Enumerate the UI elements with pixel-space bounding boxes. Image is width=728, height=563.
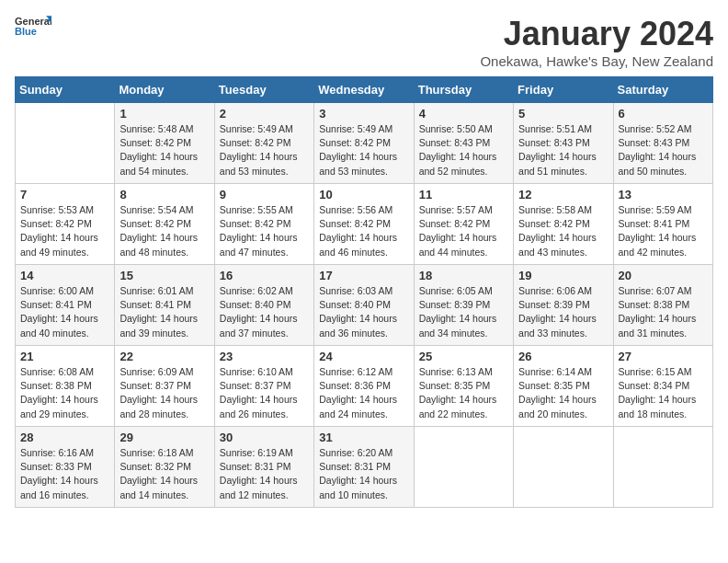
day-detail: Sunrise: 6:13 AMSunset: 8:35 PMDaylight:… [419,365,508,421]
day-detail: Sunrise: 6:07 AMSunset: 8:38 PMDaylight:… [619,284,708,340]
column-header-friday: Friday [514,77,613,103]
day-detail: Sunrise: 5:48 AMSunset: 8:42 PMDaylight:… [119,122,209,178]
day-number: 23 [220,350,309,363]
day-number: 28 [20,431,109,444]
column-header-wednesday: Wednesday [314,77,414,103]
day-number: 1 [119,107,209,121]
day-number: 29 [119,431,209,444]
day-cell: 9Sunrise: 5:55 AMSunset: 8:42 PMDaylight… [214,184,313,265]
day-number: 13 [619,188,708,201]
day-cell: 7Sunrise: 5:53 AMSunset: 8:42 PMDaylight… [16,184,115,265]
column-header-saturday: Saturday [613,77,712,103]
day-cell: 23Sunrise: 6:10 AMSunset: 8:37 PMDayligh… [214,346,313,427]
day-cell: 26Sunrise: 6:14 AMSunset: 8:35 PMDayligh… [514,346,613,427]
day-cell: 29Sunrise: 6:18 AMSunset: 8:32 PMDayligh… [115,427,214,508]
page-header: General Blue January 2024 Onekawa, Hawke… [15,15,713,69]
day-detail: Sunrise: 5:55 AMSunset: 8:42 PMDaylight:… [220,203,309,259]
day-number: 8 [119,188,209,201]
column-header-thursday: Thursday [414,77,513,103]
day-cell [414,427,513,508]
day-cell: 11Sunrise: 5:57 AMSunset: 8:42 PMDayligh… [414,184,513,265]
day-number: 20 [619,269,708,282]
day-number: 9 [220,188,309,201]
month-title: January 2024 [480,15,713,53]
day-detail: Sunrise: 6:06 AMSunset: 8:39 PMDaylight:… [518,284,608,340]
day-cell: 19Sunrise: 6:06 AMSunset: 8:39 PMDayligh… [514,265,613,346]
day-number: 18 [419,269,508,282]
day-detail: Sunrise: 6:00 AMSunset: 8:41 PMDaylight:… [20,284,109,340]
day-number: 10 [319,188,408,201]
day-detail: Sunrise: 5:50 AMSunset: 8:43 PMDaylight:… [419,122,508,178]
day-detail: Sunrise: 6:01 AMSunset: 8:41 PMDaylight:… [119,284,209,340]
calendar-table: SundayMondayTuesdayWednesdayThursdayFrid… [15,76,713,508]
day-detail: Sunrise: 6:12 AMSunset: 8:36 PMDaylight:… [319,365,408,421]
day-cell: 1Sunrise: 5:48 AMSunset: 8:42 PMDaylight… [115,103,214,184]
day-detail: Sunrise: 6:09 AMSunset: 8:37 PMDaylight:… [119,365,209,421]
day-cell: 30Sunrise: 6:19 AMSunset: 8:31 PMDayligh… [214,427,313,508]
day-detail: Sunrise: 5:53 AMSunset: 8:42 PMDaylight:… [20,203,109,259]
day-cell: 22Sunrise: 6:09 AMSunset: 8:37 PMDayligh… [115,346,214,427]
header-row: SundayMondayTuesdayWednesdayThursdayFrid… [16,77,713,103]
day-cell: 8Sunrise: 5:54 AMSunset: 8:42 PMDaylight… [115,184,214,265]
title-block: January 2024 Onekawa, Hawke's Bay, New Z… [480,15,713,69]
day-number: 14 [20,269,109,282]
day-detail: Sunrise: 6:15 AMSunset: 8:34 PMDaylight:… [619,365,708,421]
day-cell [514,427,613,508]
day-cell: 21Sunrise: 6:08 AMSunset: 8:38 PMDayligh… [16,346,115,427]
week-row-2: 7Sunrise: 5:53 AMSunset: 8:42 PMDaylight… [16,184,713,265]
day-cell: 6Sunrise: 5:52 AMSunset: 8:43 PMDaylight… [613,103,712,184]
day-number: 24 [319,350,408,363]
day-cell: 3Sunrise: 5:49 AMSunset: 8:42 PMDaylight… [314,103,414,184]
day-detail: Sunrise: 5:58 AMSunset: 8:42 PMDaylight:… [518,203,608,259]
day-number: 15 [119,269,209,282]
day-cell: 31Sunrise: 6:20 AMSunset: 8:31 PMDayligh… [314,427,414,508]
week-row-3: 14Sunrise: 6:00 AMSunset: 8:41 PMDayligh… [16,265,713,346]
day-number: 7 [20,188,109,201]
day-cell: 2Sunrise: 5:49 AMSunset: 8:42 PMDaylight… [214,103,313,184]
day-number: 17 [319,269,408,282]
day-cell [16,103,115,184]
day-detail: Sunrise: 5:56 AMSunset: 8:42 PMDaylight:… [319,203,408,259]
day-cell: 28Sunrise: 6:16 AMSunset: 8:33 PMDayligh… [16,427,115,508]
column-header-sunday: Sunday [16,77,115,103]
day-detail: Sunrise: 5:49 AMSunset: 8:42 PMDaylight:… [220,122,309,178]
day-cell: 17Sunrise: 6:03 AMSunset: 8:40 PMDayligh… [314,265,414,346]
day-detail: Sunrise: 5:59 AMSunset: 8:41 PMDaylight:… [619,203,708,259]
day-number: 6 [619,107,708,121]
day-number: 25 [419,350,508,363]
day-detail: Sunrise: 6:10 AMSunset: 8:37 PMDaylight:… [220,365,309,421]
day-cell: 16Sunrise: 6:02 AMSunset: 8:40 PMDayligh… [214,265,313,346]
day-detail: Sunrise: 6:03 AMSunset: 8:40 PMDaylight:… [319,284,408,340]
day-number: 2 [220,107,309,121]
day-cell: 25Sunrise: 6:13 AMSunset: 8:35 PMDayligh… [414,346,513,427]
day-number: 19 [518,269,608,282]
week-row-5: 28Sunrise: 6:16 AMSunset: 8:33 PMDayligh… [16,427,713,508]
day-cell: 15Sunrise: 6:01 AMSunset: 8:41 PMDayligh… [115,265,214,346]
svg-text:Blue: Blue [15,26,37,37]
day-cell: 4Sunrise: 5:50 AMSunset: 8:43 PMDaylight… [414,103,513,184]
day-cell: 5Sunrise: 5:51 AMSunset: 8:43 PMDaylight… [514,103,613,184]
day-number: 31 [319,431,408,444]
day-cell: 20Sunrise: 6:07 AMSunset: 8:38 PMDayligh… [613,265,712,346]
day-number: 3 [319,107,408,121]
day-number: 4 [419,107,508,121]
day-number: 16 [220,269,309,282]
column-header-tuesday: Tuesday [214,77,313,103]
day-detail: Sunrise: 5:52 AMSunset: 8:43 PMDaylight:… [619,122,708,178]
day-number: 11 [419,188,508,201]
day-detail: Sunrise: 5:49 AMSunset: 8:42 PMDaylight:… [319,122,408,178]
day-number: 21 [20,350,109,363]
day-detail: Sunrise: 6:18 AMSunset: 8:32 PMDaylight:… [119,446,209,502]
day-detail: Sunrise: 6:20 AMSunset: 8:31 PMDaylight:… [319,446,408,502]
day-cell: 24Sunrise: 6:12 AMSunset: 8:36 PMDayligh… [314,346,414,427]
day-cell: 18Sunrise: 6:05 AMSunset: 8:39 PMDayligh… [414,265,513,346]
week-row-4: 21Sunrise: 6:08 AMSunset: 8:38 PMDayligh… [16,346,713,427]
day-detail: Sunrise: 6:16 AMSunset: 8:33 PMDaylight:… [20,446,109,502]
logo: General Blue [15,15,51,42]
day-detail: Sunrise: 5:51 AMSunset: 8:43 PMDaylight:… [518,122,608,178]
day-number: 5 [518,107,608,121]
day-number: 26 [518,350,608,363]
day-detail: Sunrise: 5:54 AMSunset: 8:42 PMDaylight:… [119,203,209,259]
day-detail: Sunrise: 6:14 AMSunset: 8:35 PMDaylight:… [518,365,608,421]
day-cell: 14Sunrise: 6:00 AMSunset: 8:41 PMDayligh… [16,265,115,346]
